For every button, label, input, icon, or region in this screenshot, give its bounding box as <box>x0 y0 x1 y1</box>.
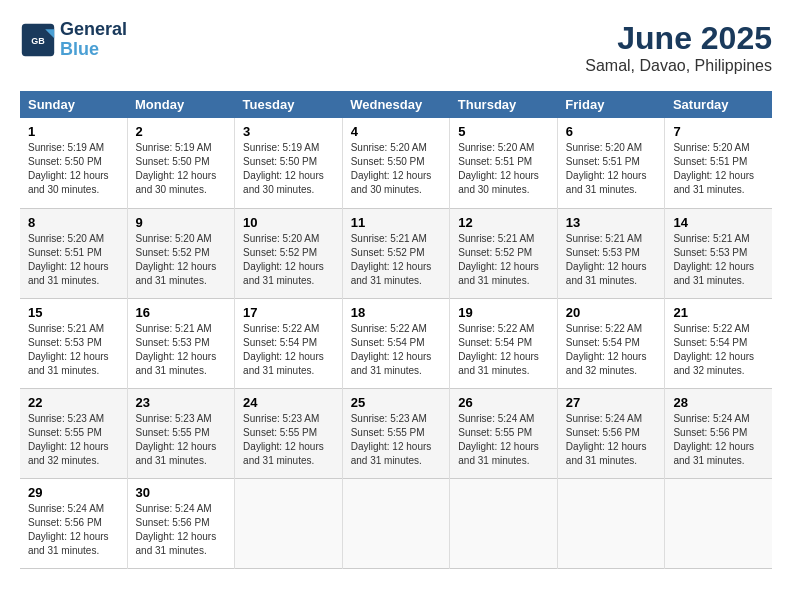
day-info: Sunrise: 5:22 AMSunset: 5:54 PMDaylight:… <box>566 322 657 378</box>
day-info: Sunrise: 5:24 AMSunset: 5:56 PMDaylight:… <box>28 502 119 558</box>
calendar-cell: 14Sunrise: 5:21 AMSunset: 5:53 PMDayligh… <box>665 208 772 298</box>
day-info: Sunrise: 5:21 AMSunset: 5:53 PMDaylight:… <box>136 322 227 378</box>
calendar-cell: 21Sunrise: 5:22 AMSunset: 5:54 PMDayligh… <box>665 298 772 388</box>
calendar-cell: 2Sunrise: 5:19 AMSunset: 5:50 PMDaylight… <box>127 118 235 208</box>
day-info: Sunrise: 5:20 AMSunset: 5:51 PMDaylight:… <box>458 141 549 197</box>
calendar-cell: 12Sunrise: 5:21 AMSunset: 5:52 PMDayligh… <box>450 208 558 298</box>
svg-text:GB: GB <box>31 35 45 45</box>
header-monday: Monday <box>127 91 235 118</box>
day-info: Sunrise: 5:20 AMSunset: 5:52 PMDaylight:… <box>243 232 334 288</box>
calendar-cell: 19Sunrise: 5:22 AMSunset: 5:54 PMDayligh… <box>450 298 558 388</box>
logo: GB General Blue <box>20 20 127 60</box>
calendar-cell: 8Sunrise: 5:20 AMSunset: 5:51 PMDaylight… <box>20 208 127 298</box>
day-number: 18 <box>351 305 442 320</box>
day-number: 17 <box>243 305 334 320</box>
day-number: 9 <box>136 215 227 230</box>
month-year-title: June 2025 <box>585 20 772 57</box>
logo-text: General Blue <box>60 20 127 60</box>
day-info: Sunrise: 5:20 AMSunset: 5:52 PMDaylight:… <box>136 232 227 288</box>
calendar-cell <box>450 478 558 568</box>
day-number: 5 <box>458 124 549 139</box>
calendar-cell: 16Sunrise: 5:21 AMSunset: 5:53 PMDayligh… <box>127 298 235 388</box>
calendar-cell: 11Sunrise: 5:21 AMSunset: 5:52 PMDayligh… <box>342 208 450 298</box>
calendar-header-row: SundayMondayTuesdayWednesdayThursdayFrid… <box>20 91 772 118</box>
day-info: Sunrise: 5:22 AMSunset: 5:54 PMDaylight:… <box>458 322 549 378</box>
day-number: 27 <box>566 395 657 410</box>
day-number: 4 <box>351 124 442 139</box>
day-info: Sunrise: 5:21 AMSunset: 5:53 PMDaylight:… <box>28 322 119 378</box>
day-number: 13 <box>566 215 657 230</box>
calendar-week-row: 8Sunrise: 5:20 AMSunset: 5:51 PMDaylight… <box>20 208 772 298</box>
day-info: Sunrise: 5:20 AMSunset: 5:51 PMDaylight:… <box>28 232 119 288</box>
day-number: 2 <box>136 124 227 139</box>
day-info: Sunrise: 5:23 AMSunset: 5:55 PMDaylight:… <box>243 412 334 468</box>
header-sunday: Sunday <box>20 91 127 118</box>
calendar-table: SundayMondayTuesdayWednesdayThursdayFrid… <box>20 91 772 569</box>
header-wednesday: Wednesday <box>342 91 450 118</box>
day-info: Sunrise: 5:20 AMSunset: 5:51 PMDaylight:… <box>673 141 764 197</box>
calendar-week-row: 15Sunrise: 5:21 AMSunset: 5:53 PMDayligh… <box>20 298 772 388</box>
calendar-cell: 28Sunrise: 5:24 AMSunset: 5:56 PMDayligh… <box>665 388 772 478</box>
day-number: 3 <box>243 124 334 139</box>
calendar-cell: 6Sunrise: 5:20 AMSunset: 5:51 PMDaylight… <box>557 118 665 208</box>
day-info: Sunrise: 5:19 AMSunset: 5:50 PMDaylight:… <box>28 141 119 197</box>
day-number: 14 <box>673 215 764 230</box>
day-info: Sunrise: 5:21 AMSunset: 5:52 PMDaylight:… <box>458 232 549 288</box>
day-number: 8 <box>28 215 119 230</box>
calendar-cell <box>342 478 450 568</box>
day-number: 10 <box>243 215 334 230</box>
calendar-cell: 3Sunrise: 5:19 AMSunset: 5:50 PMDaylight… <box>235 118 343 208</box>
day-number: 6 <box>566 124 657 139</box>
day-number: 25 <box>351 395 442 410</box>
page-header: GB General Blue June 2025 Samal, Davao, … <box>20 20 772 75</box>
day-info: Sunrise: 5:21 AMSunset: 5:53 PMDaylight:… <box>673 232 764 288</box>
calendar-cell: 26Sunrise: 5:24 AMSunset: 5:55 PMDayligh… <box>450 388 558 478</box>
calendar-cell: 15Sunrise: 5:21 AMSunset: 5:53 PMDayligh… <box>20 298 127 388</box>
day-info: Sunrise: 5:24 AMSunset: 5:56 PMDaylight:… <box>136 502 227 558</box>
day-number: 15 <box>28 305 119 320</box>
day-number: 11 <box>351 215 442 230</box>
header-friday: Friday <box>557 91 665 118</box>
day-info: Sunrise: 5:20 AMSunset: 5:50 PMDaylight:… <box>351 141 442 197</box>
calendar-cell <box>557 478 665 568</box>
calendar-cell: 1Sunrise: 5:19 AMSunset: 5:50 PMDaylight… <box>20 118 127 208</box>
day-info: Sunrise: 5:22 AMSunset: 5:54 PMDaylight:… <box>351 322 442 378</box>
day-number: 23 <box>136 395 227 410</box>
day-number: 29 <box>28 485 119 500</box>
day-info: Sunrise: 5:22 AMSunset: 5:54 PMDaylight:… <box>673 322 764 378</box>
day-number: 26 <box>458 395 549 410</box>
day-info: Sunrise: 5:24 AMSunset: 5:56 PMDaylight:… <box>673 412 764 468</box>
logo-icon: GB <box>20 22 56 58</box>
calendar-cell: 13Sunrise: 5:21 AMSunset: 5:53 PMDayligh… <box>557 208 665 298</box>
calendar-week-row: 29Sunrise: 5:24 AMSunset: 5:56 PMDayligh… <box>20 478 772 568</box>
day-number: 19 <box>458 305 549 320</box>
day-info: Sunrise: 5:21 AMSunset: 5:52 PMDaylight:… <box>351 232 442 288</box>
day-number: 20 <box>566 305 657 320</box>
calendar-cell: 29Sunrise: 5:24 AMSunset: 5:56 PMDayligh… <box>20 478 127 568</box>
calendar-cell <box>665 478 772 568</box>
day-info: Sunrise: 5:24 AMSunset: 5:56 PMDaylight:… <box>566 412 657 468</box>
day-number: 30 <box>136 485 227 500</box>
calendar-cell: 25Sunrise: 5:23 AMSunset: 5:55 PMDayligh… <box>342 388 450 478</box>
day-number: 24 <box>243 395 334 410</box>
calendar-cell: 17Sunrise: 5:22 AMSunset: 5:54 PMDayligh… <box>235 298 343 388</box>
day-info: Sunrise: 5:19 AMSunset: 5:50 PMDaylight:… <box>243 141 334 197</box>
calendar-week-row: 22Sunrise: 5:23 AMSunset: 5:55 PMDayligh… <box>20 388 772 478</box>
day-info: Sunrise: 5:21 AMSunset: 5:53 PMDaylight:… <box>566 232 657 288</box>
day-info: Sunrise: 5:24 AMSunset: 5:55 PMDaylight:… <box>458 412 549 468</box>
day-number: 1 <box>28 124 119 139</box>
calendar-cell: 10Sunrise: 5:20 AMSunset: 5:52 PMDayligh… <box>235 208 343 298</box>
day-info: Sunrise: 5:23 AMSunset: 5:55 PMDaylight:… <box>28 412 119 468</box>
day-info: Sunrise: 5:22 AMSunset: 5:54 PMDaylight:… <box>243 322 334 378</box>
header-tuesday: Tuesday <box>235 91 343 118</box>
calendar-cell: 23Sunrise: 5:23 AMSunset: 5:55 PMDayligh… <box>127 388 235 478</box>
calendar-cell: 9Sunrise: 5:20 AMSunset: 5:52 PMDaylight… <box>127 208 235 298</box>
calendar-cell: 30Sunrise: 5:24 AMSunset: 5:56 PMDayligh… <box>127 478 235 568</box>
day-number: 22 <box>28 395 119 410</box>
title-area: June 2025 Samal, Davao, Philippines <box>585 20 772 75</box>
calendar-cell <box>235 478 343 568</box>
calendar-cell: 20Sunrise: 5:22 AMSunset: 5:54 PMDayligh… <box>557 298 665 388</box>
header-thursday: Thursday <box>450 91 558 118</box>
location-subtitle: Samal, Davao, Philippines <box>585 57 772 75</box>
day-info: Sunrise: 5:23 AMSunset: 5:55 PMDaylight:… <box>136 412 227 468</box>
